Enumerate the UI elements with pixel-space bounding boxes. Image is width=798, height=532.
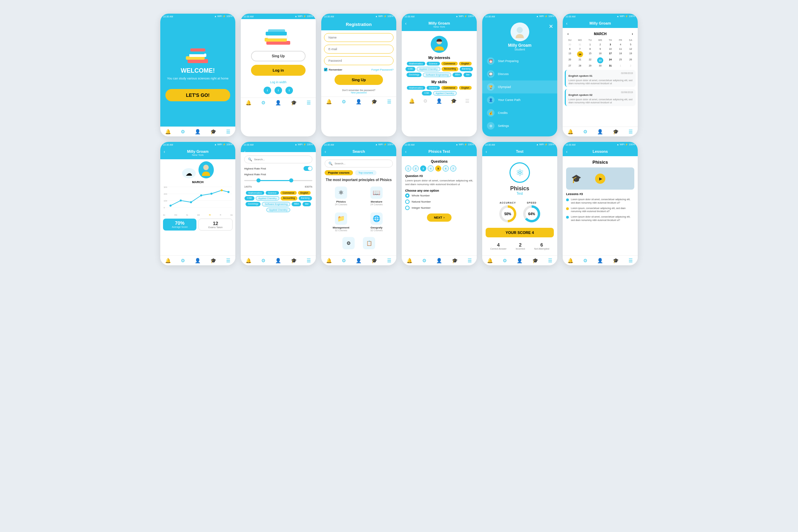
- ftag-sw-eng[interactable]: Software Engineering: [262, 202, 290, 206]
- profile-icon-cap[interactable]: 🎓: [451, 98, 457, 104]
- cal-day-31prev[interactable]: 31: [575, 42, 585, 47]
- f8-menu[interactable]: ☰: [307, 258, 311, 263]
- tag-banking[interactable]: Banking: [460, 67, 473, 71]
- menu-item-career[interactable]: 👤 Your Caree Path: [482, 93, 557, 106]
- f11-bell[interactable]: 🔔: [487, 258, 493, 263]
- cal-day-21[interactable]: 21: [575, 57, 585, 63]
- f12-user[interactable]: 👤: [597, 258, 603, 263]
- skill-applied-chem[interactable]: Applied Chemitry: [433, 91, 457, 95]
- cal-day-26[interactable]: 26: [625, 57, 636, 63]
- back-arrow-calendar[interactable]: ‹: [566, 21, 567, 26]
- option-integer-number[interactable]: Integer Number: [405, 206, 473, 210]
- f9-menu[interactable]: ☰: [387, 258, 391, 263]
- ftag-cse[interactable]: CSE: [245, 196, 254, 201]
- cal-day-5[interactable]: 5: [625, 42, 636, 47]
- back-arrow-search[interactable]: ‹: [325, 149, 326, 154]
- f6-cap[interactable]: 🎓: [613, 129, 619, 134]
- q-num-2[interactable]: 2: [413, 165, 419, 172]
- ftag-law[interactable]: law: [302, 202, 311, 206]
- cal-day-31[interactable]: 31: [605, 63, 616, 68]
- option-natural-number[interactable]: Natural Number: [405, 200, 473, 204]
- cal-day-1[interactable]: 1: [585, 42, 595, 47]
- tag-law[interactable]: law: [463, 73, 472, 77]
- f12-bell[interactable]: 🔔: [567, 258, 573, 263]
- cal-day-12[interactable]: 12: [625, 47, 636, 51]
- f3-cap[interactable]: 🎓: [371, 99, 377, 104]
- ftag-science[interactable]: Science: [266, 191, 279, 195]
- f12-cap[interactable]: 🎓: [613, 258, 619, 263]
- cal-day-30[interactable]: 30: [595, 63, 605, 68]
- f2-menu[interactable]: ☰: [307, 100, 311, 105]
- radio-whole[interactable]: [405, 193, 410, 198]
- social-icon-i2[interactable]: i: [275, 87, 282, 94]
- ftag-sociology[interactable]: Sociology: [246, 202, 261, 206]
- f3-gear[interactable]: ⚙: [342, 99, 346, 104]
- cal-day-16[interactable]: 16: [595, 51, 605, 57]
- skill-mathematics[interactable]: Mathematics: [407, 86, 425, 90]
- cal-day-6[interactable]: 6: [565, 47, 575, 51]
- f8-bell[interactable]: 🔔: [246, 258, 251, 263]
- f8-user[interactable]: 👤: [275, 258, 281, 263]
- f11-menu[interactable]: ☰: [548, 258, 552, 263]
- cal-day-11[interactable]: 11: [616, 47, 626, 51]
- cal-day-24[interactable]: 24: [605, 57, 616, 63]
- ftag-english[interactable]: English: [298, 191, 311, 195]
- cal-day-18[interactable]: 18: [616, 51, 626, 57]
- tag-mathematics[interactable]: Mathematics: [407, 62, 425, 65]
- ftag-commerce[interactable]: Commerce: [280, 191, 297, 195]
- cal-day-20[interactable]: 20: [565, 57, 575, 63]
- close-menu-button[interactable]: ✕: [549, 23, 553, 30]
- ftag-applied-chem[interactable]: Applied Chemitry: [256, 196, 279, 201]
- name-input[interactable]: [324, 33, 394, 42]
- back-arrow-test[interactable]: ‹: [486, 149, 487, 154]
- q-num-6[interactable]: 6: [443, 165, 449, 172]
- back-arrow-filter[interactable]: ‹: [244, 149, 246, 154]
- f8-gear[interactable]: ⚙: [261, 258, 266, 263]
- cal-day-10[interactable]: 10: [605, 47, 616, 51]
- next-button[interactable]: NEXT ›: [427, 213, 451, 222]
- course-phisics[interactable]: ⚛ Phisics 24 Courses: [325, 184, 357, 208]
- back-arrow-lessons[interactable]: ‹: [566, 149, 567, 154]
- social-icon-i1[interactable]: i: [264, 87, 271, 94]
- tag-sw-eng[interactable]: Software Engineering: [423, 73, 451, 77]
- menu-item-settings[interactable]: ⚙ Settings: [482, 119, 557, 132]
- f7-cap[interactable]: 🎓: [210, 258, 216, 263]
- cal-day-4[interactable]: 4: [616, 42, 626, 47]
- f7-bell[interactable]: 🔔: [165, 258, 171, 263]
- skill-english[interactable]: English: [459, 86, 472, 90]
- f6-user[interactable]: 👤: [597, 129, 603, 134]
- cal-day-9[interactable]: 9: [595, 47, 605, 51]
- f2-gear[interactable]: ⚙: [261, 100, 266, 105]
- f12-gear[interactable]: ⚙: [583, 258, 588, 263]
- password-input[interactable]: [324, 56, 394, 65]
- back-arrow-chart[interactable]: ‹: [164, 149, 165, 154]
- cal-day-23[interactable]: 23: [597, 57, 603, 63]
- radio-natural[interactable]: [405, 200, 410, 204]
- skill-science[interactable]: Science: [427, 86, 440, 90]
- lets-go-button[interactable]: LET'S GO!: [165, 89, 230, 101]
- f10-gear[interactable]: ⚙: [422, 258, 427, 263]
- ftag-applied-chem2[interactable]: Applied Chemitry: [266, 208, 290, 212]
- tag-english[interactable]: English: [459, 62, 472, 65]
- footer-cap-icon[interactable]: 🎓: [210, 129, 216, 134]
- tab-popular[interactable]: Popular courses: [325, 170, 353, 175]
- cal-day-19[interactable]: 19: [625, 51, 636, 57]
- back-arrow-profile[interactable]: ‹: [405, 21, 407, 26]
- cal-day-2[interactable]: 2: [595, 42, 605, 47]
- f10-bell[interactable]: 🔔: [407, 258, 412, 263]
- remember-checkbox[interactable]: [324, 68, 327, 71]
- f6-gear[interactable]: ⚙: [583, 129, 588, 134]
- cal-day-30prev[interactable]: 30: [565, 42, 575, 47]
- tag-cse[interactable]: CSE: [405, 67, 415, 71]
- social-icon-i3[interactable]: i: [285, 87, 293, 94]
- f12-menu[interactable]: ☰: [629, 258, 633, 263]
- profile-icon-gear[interactable]: ⚙: [423, 98, 428, 104]
- cal-day-2next[interactable]: 2: [625, 63, 636, 68]
- f8-cap[interactable]: 🎓: [291, 258, 297, 263]
- signup-button[interactable]: Sing Up: [251, 51, 306, 61]
- f7-user[interactable]: 👤: [195, 258, 201, 263]
- profile-icon-menu[interactable]: ☰: [465, 98, 470, 104]
- q-num-4[interactable]: 4: [428, 165, 434, 172]
- video-thumbnail[interactable]: 🎓 ▶: [566, 167, 634, 190]
- ftag-math[interactable]: Mathematics: [246, 191, 264, 195]
